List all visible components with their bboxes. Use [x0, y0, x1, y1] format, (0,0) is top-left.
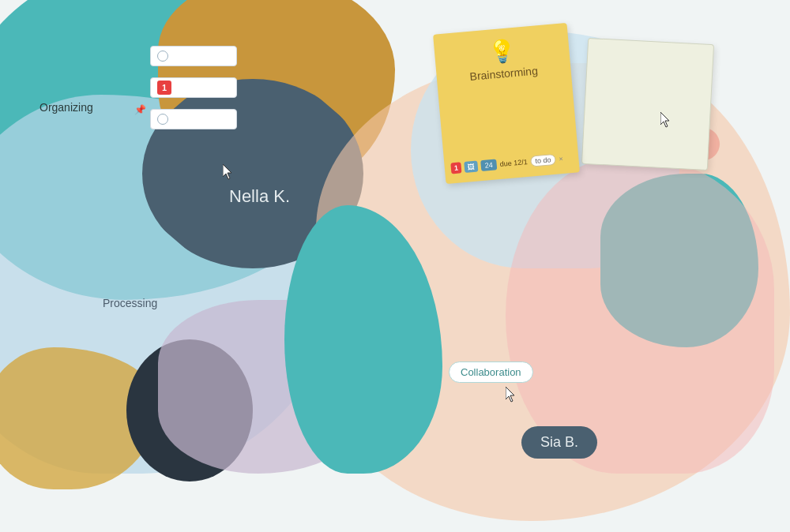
sticky-tags: 1 🖼 24 due 12/1 to do ×	[450, 152, 573, 174]
sticky-close-button[interactable]: ×	[559, 155, 563, 163]
sia-b-label: Sia B.	[521, 426, 597, 459]
sticky-tag-red: 1	[450, 162, 461, 174]
sticky-tag-img: 🖼	[464, 160, 478, 172]
input-field-1[interactable]	[150, 46, 237, 66]
cursor-2	[506, 387, 518, 403]
cursor-1	[223, 164, 235, 180]
organizing-input-group: 1	[150, 46, 237, 129]
sticky-tag-num: 24	[480, 159, 497, 171]
radio-circle-2	[157, 114, 168, 125]
sticky-tag-todo[interactable]: to do	[530, 154, 556, 167]
input-field-3[interactable]	[150, 109, 237, 129]
cursor-3	[660, 112, 673, 128]
input-field-2[interactable]: 1	[150, 77, 237, 98]
organizing-label: Organizing	[40, 101, 93, 114]
nella-k-label: Nella K.	[229, 186, 290, 207]
pin-icon: 📌	[134, 104, 146, 115]
radio-circle-1	[157, 51, 168, 62]
sticky-note-light[interactable]	[581, 38, 714, 170]
sticky-tag-due: due 12/1	[499, 158, 528, 168]
collaboration-label[interactable]: Collaboration	[449, 362, 533, 383]
processing-label: Processing	[103, 297, 157, 309]
sticky-note-yellow[interactable]: 💡 Brainstorming 1 🖼 24 due 12/1 to do ×	[433, 23, 580, 184]
badge-red-1: 1	[157, 81, 171, 95]
